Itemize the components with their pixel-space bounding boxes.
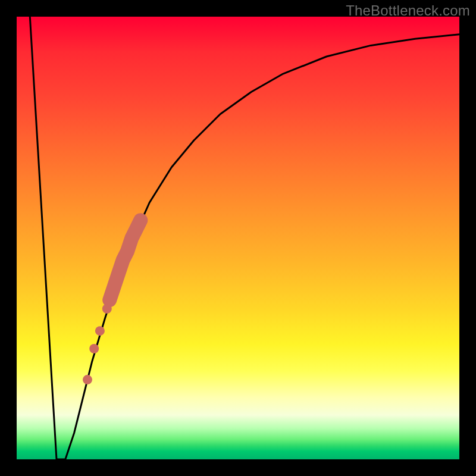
chart-frame: TheBottleneck.com xyxy=(0,0,476,476)
marker-dot xyxy=(83,375,92,384)
marker-dot xyxy=(95,326,105,336)
watermark-text: TheBottleneck.com xyxy=(346,2,470,19)
bottleneck-curve xyxy=(30,17,459,459)
marker-layer xyxy=(83,220,140,384)
curve-layer xyxy=(30,17,459,459)
marker-dot xyxy=(102,304,112,314)
marker-band xyxy=(109,220,140,300)
plot-area xyxy=(17,17,459,459)
marker-dot xyxy=(89,344,99,353)
chart-svg xyxy=(17,17,459,459)
